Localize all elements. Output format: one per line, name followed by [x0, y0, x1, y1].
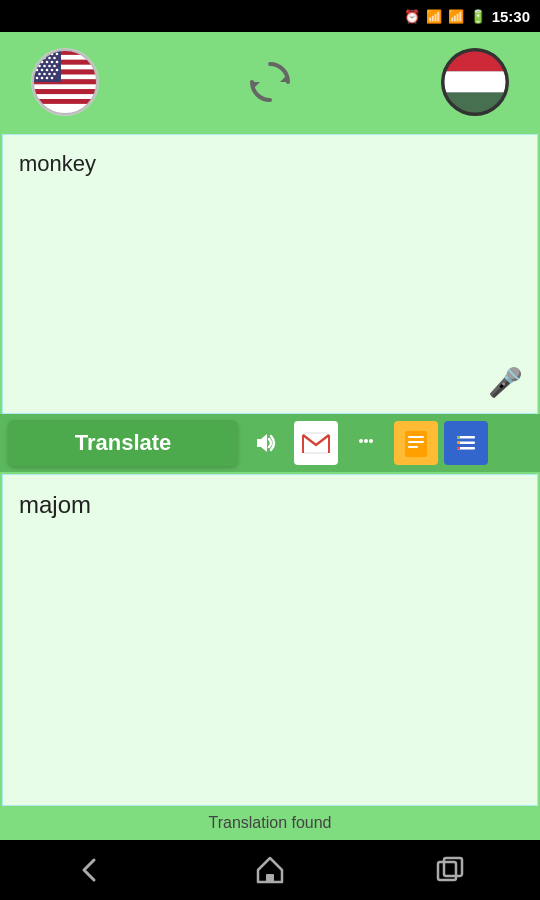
svg-rect-80 — [444, 858, 462, 876]
svg-point-44 — [41, 77, 44, 80]
battery-icon: 🔋 — [470, 9, 486, 24]
svg-marker-65 — [360, 451, 366, 455]
svg-marker-49 — [252, 82, 260, 90]
svg-point-31 — [43, 65, 46, 68]
svg-rect-53 — [443, 71, 507, 92]
svg-rect-69 — [408, 446, 418, 448]
svg-point-32 — [48, 65, 51, 68]
svg-point-64 — [369, 439, 373, 443]
wifi-icon: 📶 — [426, 9, 442, 24]
language-header — [0, 32, 540, 132]
svg-point-38 — [56, 69, 59, 72]
translate-button[interactable]: Translate — [8, 420, 238, 466]
svg-point-45 — [46, 77, 49, 80]
svg-rect-78 — [266, 874, 274, 882]
target-language-button[interactable] — [440, 47, 510, 117]
svg-rect-10 — [33, 84, 97, 89]
svg-rect-68 — [408, 441, 424, 443]
translated-text: majom — [19, 491, 91, 518]
svg-point-23 — [48, 57, 51, 60]
svg-point-27 — [46, 61, 49, 64]
app-container: monkey 🎤 Translate — [0, 32, 540, 840]
source-language-button[interactable] — [30, 47, 100, 117]
svg-point-46 — [51, 77, 54, 80]
svg-point-24 — [53, 57, 56, 60]
svg-point-63 — [364, 439, 368, 443]
svg-point-33 — [53, 65, 56, 68]
speaker-button[interactable] — [244, 421, 288, 465]
back-button[interactable] — [72, 852, 108, 888]
svg-point-29 — [56, 61, 59, 64]
gmail-button[interactable] — [294, 421, 338, 465]
svg-point-16 — [36, 53, 39, 56]
notes-button[interactable] — [394, 421, 438, 465]
translation-status: Translation found — [0, 806, 540, 840]
svg-rect-66 — [405, 431, 427, 457]
home-button[interactable] — [252, 852, 288, 888]
status-time: 15:30 — [492, 8, 530, 25]
svg-point-41 — [48, 73, 51, 76]
svg-rect-75 — [457, 442, 460, 445]
chat-button[interactable] — [344, 421, 388, 465]
svg-rect-11 — [33, 89, 97, 94]
source-text-input[interactable]: monkey — [3, 135, 537, 413]
svg-point-20 — [56, 53, 59, 56]
svg-rect-74 — [457, 436, 460, 439]
output-text-area: majom — [2, 474, 538, 806]
recent-apps-button[interactable] — [432, 852, 468, 888]
svg-rect-67 — [408, 436, 424, 438]
svg-rect-13 — [33, 99, 97, 104]
svg-point-40 — [43, 73, 46, 76]
status-message: Translation found — [208, 814, 331, 831]
svg-rect-76 — [457, 447, 460, 450]
svg-point-43 — [36, 77, 39, 80]
svg-point-37 — [51, 69, 54, 72]
navigation-bar — [0, 840, 540, 900]
svg-point-42 — [53, 73, 56, 76]
svg-rect-57 — [303, 433, 329, 453]
svg-point-39 — [38, 73, 41, 76]
microphone-icon[interactable]: 🎤 — [488, 366, 523, 399]
signal-icon: 📶 — [448, 9, 464, 24]
svg-point-36 — [46, 69, 49, 72]
svg-point-35 — [41, 69, 44, 72]
toolbar: Translate — [0, 414, 540, 472]
status-bar: ⏰ 📶 📶 🔋 15:30 — [0, 0, 540, 32]
svg-rect-12 — [33, 94, 97, 99]
alarm-icon: ⏰ — [404, 9, 420, 24]
svg-point-62 — [359, 439, 363, 443]
svg-point-17 — [41, 53, 44, 56]
svg-marker-56 — [257, 434, 267, 452]
svg-rect-79 — [438, 862, 456, 880]
swap-languages-button[interactable] — [240, 52, 300, 112]
source-text-area: monkey 🎤 — [2, 134, 538, 414]
svg-point-28 — [51, 61, 54, 64]
list-button[interactable] — [444, 421, 488, 465]
